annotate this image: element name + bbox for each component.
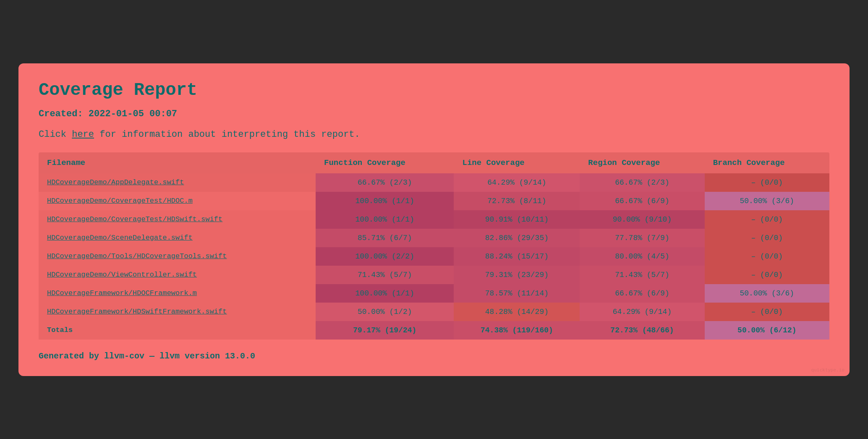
cell-line: 64.29% (9/14) xyxy=(454,173,580,192)
filename-link[interactable]: HDCoverageDemo/AppDelegate.swift xyxy=(47,178,184,186)
cell-line: 82.86% (29/35) xyxy=(454,229,580,247)
cell-branch: – (0/0) xyxy=(705,173,829,192)
header-branch: Branch Coverage xyxy=(705,152,829,173)
cell-filename: HDCoverageFramework/HDOCFramework.m xyxy=(39,284,316,303)
cell-filename: HDCoverageDemo/Tools/HDCoverageTools.swi… xyxy=(39,247,316,266)
here-link[interactable]: here xyxy=(72,129,94,140)
cell-branch: – (0/0) xyxy=(705,247,829,266)
table-row: HDCoverageDemo/SceneDelegate.swift85.71%… xyxy=(39,229,829,247)
coverage-table: Filename Function Coverage Line Coverage… xyxy=(39,152,829,340)
header-function: Function Coverage xyxy=(316,152,454,173)
totals-branch: 50.00% (6/12) xyxy=(705,321,829,340)
filename-link[interactable]: HDCoverageDemo/SceneDelegate.swift xyxy=(47,234,193,242)
cell-region: 66.67% (2/3) xyxy=(580,173,704,192)
report-footer: Generated by llvm-cov — llvm version 13.… xyxy=(39,351,829,361)
filename-link[interactable]: HDCoverageFramework/HDSwiftFramework.swi… xyxy=(47,308,227,316)
table-row: HDCoverageDemo/Tools/HDCoverageTools.swi… xyxy=(39,247,829,266)
cell-function: 85.71% (6/7) xyxy=(316,229,454,247)
table-row: HDCoverageDemo/ViewController.swift71.43… xyxy=(39,266,829,284)
header-filename: Filename xyxy=(39,152,316,173)
table-header-row: Filename Function Coverage Line Coverage… xyxy=(39,152,829,173)
cell-branch: – (0/0) xyxy=(705,303,829,321)
totals-line: 74.38% (119/160) xyxy=(454,321,580,340)
totals-function: 79.17% (19/24) xyxy=(316,321,454,340)
cell-branch: – (0/0) xyxy=(705,229,829,247)
cell-function: 100.00% (2/2) xyxy=(316,247,454,266)
cell-line: 90.91% (10/11) xyxy=(454,210,580,229)
cell-filename: HDCoverageDemo/CoverageTest/HDOC.m xyxy=(39,192,316,210)
header-region: Region Coverage xyxy=(580,152,704,173)
info-text-before: Click xyxy=(39,129,72,140)
cell-function: 71.43% (5/7) xyxy=(316,266,454,284)
filename-link[interactable]: HDCoverageFramework/HDOCFramework.m xyxy=(47,289,197,297)
filename-link[interactable]: HDCoverageDemo/Tools/HDCoverageTools.swi… xyxy=(47,252,227,260)
cell-function: 50.00% (1/2) xyxy=(316,303,454,321)
header-line: Line Coverage xyxy=(454,152,580,173)
cell-branch: 50.00% (3/6) xyxy=(705,192,829,210)
totals-row: Totals79.17% (19/24)74.38% (119/160)72.7… xyxy=(39,321,829,340)
report-created: Created: 2022-01-05 00:07 xyxy=(39,109,829,119)
cell-line: 79.31% (23/29) xyxy=(454,266,580,284)
report-info: Click here for information about interpr… xyxy=(39,129,829,140)
cell-function: 66.67% (2/3) xyxy=(316,173,454,192)
info-text-after: for information about interpreting this … xyxy=(94,129,360,140)
cell-region: 66.67% (6/9) xyxy=(580,192,704,210)
cell-region: 64.29% (9/14) xyxy=(580,303,704,321)
filename-link[interactable]: HDCoverageDemo/ViewController.swift xyxy=(47,271,197,279)
cell-region: 90.00% (9/10) xyxy=(580,210,704,229)
totals-region: 72.73% (48/66) xyxy=(580,321,704,340)
cell-line: 78.57% (11/14) xyxy=(454,284,580,303)
cell-branch: – (0/0) xyxy=(705,210,829,229)
cell-filename: HDCoverageDemo/AppDelegate.swift xyxy=(39,173,316,192)
table-row: HDCoverageDemo/CoverageTest/HDSwift.swif… xyxy=(39,210,829,229)
cell-region: 71.43% (5/7) xyxy=(580,266,704,284)
cell-region: 77.78% (7/9) xyxy=(580,229,704,247)
filename-link[interactable]: HDCoverageDemo/CoverageTest/HDSwift.swif… xyxy=(47,215,222,223)
table-row: HDCoverageDemo/AppDelegate.swift66.67% (… xyxy=(39,173,829,192)
cell-filename: HDCoverageFramework/HDSwiftFramework.swi… xyxy=(39,303,316,321)
totals-label: Totals xyxy=(39,321,316,340)
watermark: quicktype.io xyxy=(811,367,844,373)
report-title: Coverage Report xyxy=(39,80,829,100)
cell-region: 66.67% (6/9) xyxy=(580,284,704,303)
cell-line: 72.73% (8/11) xyxy=(454,192,580,210)
cell-branch: 50.00% (3/6) xyxy=(705,284,829,303)
cell-region: 80.00% (4/5) xyxy=(580,247,704,266)
filename-link[interactable]: HDCoverageDemo/CoverageTest/HDOC.m xyxy=(47,197,193,205)
table-row: HDCoverageDemo/CoverageTest/HDOC.m100.00… xyxy=(39,192,829,210)
report-container: Coverage Report Created: 2022-01-05 00:0… xyxy=(18,63,850,376)
cell-branch: – (0/0) xyxy=(705,266,829,284)
table-row: HDCoverageFramework/HDSwiftFramework.swi… xyxy=(39,303,829,321)
cell-filename: HDCoverageDemo/CoverageTest/HDSwift.swif… xyxy=(39,210,316,229)
cell-filename: HDCoverageDemo/SceneDelegate.swift xyxy=(39,229,316,247)
table-row: HDCoverageFramework/HDOCFramework.m100.0… xyxy=(39,284,829,303)
cell-filename: HDCoverageDemo/ViewController.swift xyxy=(39,266,316,284)
cell-line: 88.24% (15/17) xyxy=(454,247,580,266)
cell-line: 48.28% (14/29) xyxy=(454,303,580,321)
cell-function: 100.00% (1/1) xyxy=(316,192,454,210)
cell-function: 100.00% (1/1) xyxy=(316,284,454,303)
cell-function: 100.00% (1/1) xyxy=(316,210,454,229)
